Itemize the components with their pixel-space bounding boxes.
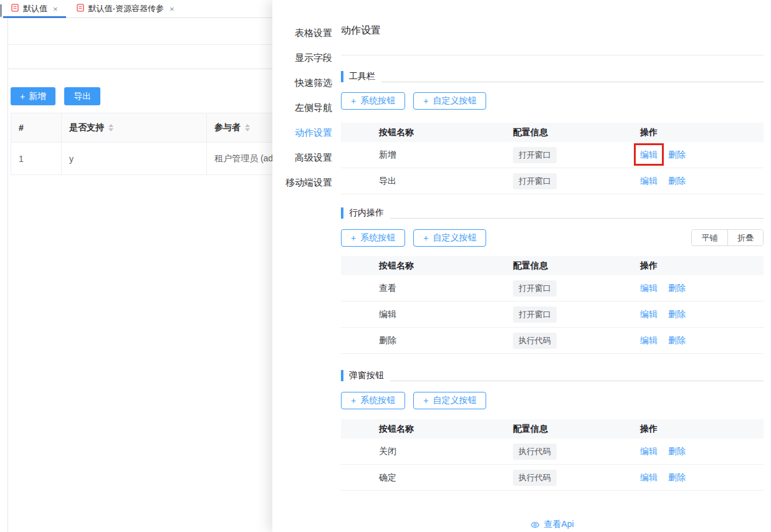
table-row: 新增 打开窗口 编辑 删除	[341, 142, 764, 168]
delete-link[interactable]: 删除	[668, 176, 686, 187]
menu-item-quick-filter[interactable]: 快速筛选	[272, 70, 337, 95]
config-tag: 打开窗口	[513, 147, 557, 163]
system-button-add[interactable]: + 系统按钮	[341, 392, 405, 409]
config-tag: 打开窗口	[513, 306, 557, 323]
drawer-footer: 查看Api	[341, 519, 764, 530]
table-header: 按钮名称 配置信息 操作	[341, 419, 764, 439]
collapse-button[interactable]: 折叠	[727, 230, 763, 245]
dialog-buttons-table: 按钮名称 配置信息 操作 关闭 执行代码 编辑 删除 确定 执行代码	[341, 419, 764, 491]
drawer-menu: 表格设置 显示字段 快速筛选 左侧导航 动作设置 高级设置 移动端设置	[272, 0, 337, 532]
close-icon[interactable]: ×	[53, 4, 58, 14]
view-api-link[interactable]: 查看Api	[544, 519, 573, 530]
tile-button[interactable]: 平铺	[692, 230, 727, 245]
menu-item-display-fields[interactable]: 显示字段	[272, 45, 337, 70]
table-row: 导出 打开窗口 编辑 删除	[341, 168, 764, 194]
plus-icon: +	[351, 233, 356, 243]
tab-label: 默认值	[23, 3, 47, 14]
menu-item-mobile-settings[interactable]: 移动端设置	[272, 170, 337, 195]
column-header-config: 配置信息	[513, 260, 640, 272]
table-row: 编辑 打开窗口 编辑 删除	[341, 302, 764, 328]
settings-drawer: 表格设置 显示字段 快速筛选 左侧导航 动作设置 高级设置 移动端设置 动作设置…	[272, 0, 771, 532]
column-header-support: 是否支持	[62, 113, 207, 143]
sort-icon[interactable]	[245, 124, 250, 131]
delete-link[interactable]: 删除	[668, 150, 686, 161]
layout-toggle-group: 平铺 折叠	[691, 229, 764, 246]
page-toolbar: + 新增 导出	[11, 87, 100, 105]
plus-icon: +	[423, 396, 428, 406]
section-header-inline-ops: 行内操作	[341, 206, 764, 220]
edit-link[interactable]: 编辑	[640, 335, 658, 346]
delete-link[interactable]: 删除	[668, 446, 686, 457]
edit-link[interactable]: 编辑	[640, 283, 658, 294]
button-name: 删除	[379, 335, 513, 346]
tab-default-value-resource-container[interactable]: 默认值-资源容器传参 ×	[67, 0, 184, 17]
section-header-toolbar: 工具栏	[341, 70, 764, 83]
table-row: 查看 打开窗口 编辑 删除	[341, 275, 764, 302]
plus-icon: +	[423, 233, 428, 243]
export-button[interactable]: 导出	[64, 87, 100, 105]
column-header-ops: 操作	[640, 127, 764, 138]
cell-index: 1	[11, 143, 62, 175]
table-header: 按钮名称 配置信息 操作	[341, 256, 764, 275]
edit-link[interactable]: 编辑	[640, 150, 658, 159]
eye-icon	[530, 520, 540, 530]
delete-link[interactable]: 删除	[668, 335, 686, 346]
tab-label: 默认值-资源容器传参	[89, 3, 164, 14]
divider	[341, 55, 764, 55]
menu-item-advanced-settings[interactable]: 高级设置	[272, 145, 337, 170]
custom-button-add[interactable]: + 自定义按钮	[413, 92, 486, 110]
custom-button-add[interactable]: + 自定义按钮	[413, 229, 486, 247]
add-button[interactable]: + 新增	[11, 87, 55, 105]
inline-ops-buttons-table: 按钮名称 配置信息 操作 查看 打开窗口 编辑 删除 编辑 打开窗口	[341, 256, 764, 354]
system-button-add[interactable]: + 系统按钮	[341, 229, 405, 247]
dialog-section-buttons: + 系统按钮 + 自定义按钮	[341, 391, 764, 409]
delete-link[interactable]: 删除	[668, 472, 686, 483]
inline-ops-section-buttons: + 系统按钮 + 自定义按钮 平铺 折叠	[341, 229, 764, 247]
section-header-dialog-buttons: 弹窗按钮	[341, 369, 764, 382]
divider	[390, 381, 764, 381]
edit-link[interactable]: 编辑	[640, 176, 658, 187]
tab-default-value[interactable]: 默认值 ×	[2, 0, 67, 17]
edit-link[interactable]: 编辑	[640, 446, 658, 457]
document-icon	[11, 4, 19, 14]
delete-link[interactable]: 删除	[668, 309, 686, 320]
button-name: 查看	[379, 283, 513, 294]
table-header: 按钮名称 配置信息 操作	[341, 123, 764, 142]
menu-item-action-settings[interactable]: 动作设置	[272, 120, 337, 145]
column-header-index: #	[11, 113, 62, 143]
button-name: 新增	[379, 150, 513, 161]
column-header-ops: 操作	[640, 424, 764, 435]
edit-link[interactable]: 编辑	[640, 472, 658, 483]
button-name: 导出	[379, 176, 513, 187]
config-tag: 执行代码	[513, 470, 557, 486]
system-button-add[interactable]: + 系统按钮	[341, 92, 405, 110]
menu-item-table-settings[interactable]: 表格设置	[272, 21, 337, 45]
toolbar-section-buttons: + 系统按钮 + 自定义按钮	[341, 92, 764, 110]
screen: 默认值 × 默认值-资源容器传参 × + 新增 导出	[0, 0, 771, 532]
plus-icon: +	[20, 92, 25, 102]
button-name: 编辑	[379, 309, 513, 320]
table-row: 确定 执行代码 编辑 删除	[341, 465, 764, 491]
config-tag: 打开窗口	[513, 280, 557, 297]
config-tag: 执行代码	[513, 333, 557, 349]
drawer-content: 动作设置 工具栏 + 系统按钮 + 自定义按钮	[337, 0, 771, 532]
toolbar-buttons-table: 按钮名称 配置信息 操作 新增 打开窗口 编辑 删除	[341, 123, 764, 194]
edit-link[interactable]: 编辑	[640, 309, 658, 320]
sort-icon[interactable]	[108, 124, 113, 131]
column-header-config: 配置信息	[513, 424, 640, 435]
plus-icon: +	[351, 396, 356, 406]
custom-button-add[interactable]: + 自定义按钮	[413, 392, 486, 409]
plus-icon: +	[351, 96, 356, 106]
drawer-title: 动作设置	[341, 24, 764, 36]
config-tag: 打开窗口	[513, 173, 557, 189]
delete-link[interactable]: 删除	[668, 283, 686, 294]
table-row: 关闭 执行代码 编辑 删除	[341, 439, 764, 465]
config-tag: 执行代码	[513, 444, 557, 460]
divider	[390, 218, 764, 219]
column-header-name: 按钮名称	[379, 127, 513, 138]
plus-icon: +	[423, 96, 428, 106]
section-accent-bar	[341, 370, 343, 381]
menu-item-left-nav[interactable]: 左侧导航	[272, 95, 337, 120]
section-accent-bar	[341, 207, 343, 219]
close-icon[interactable]: ×	[170, 4, 175, 14]
